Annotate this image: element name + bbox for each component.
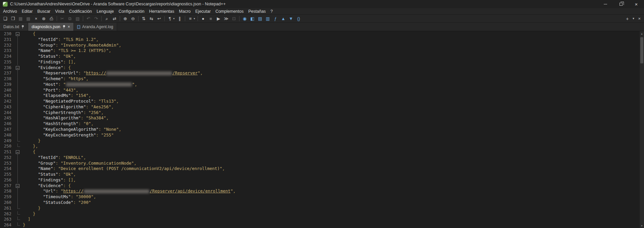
pin-icon[interactable]: [21, 25, 24, 29]
line-number[interactable]: 254: [0, 166, 13, 172]
menu-pesta-as[interactable]: Pestañas: [246, 9, 268, 14]
chevron-down-icon[interactable]: ▼: [173, 17, 175, 20]
close-button[interactable]: ×: [629, 0, 644, 8]
json-format-icon[interactable]: {}: [295, 15, 303, 22]
line-number[interactable]: 247: [0, 127, 13, 132]
line-number[interactable]: 258: [0, 188, 13, 194]
menu-complementos[interactable]: Complementos: [213, 9, 246, 14]
indent-guide-icon[interactable]: ∥: [176, 15, 183, 22]
line-number[interactable]: 262: [0, 211, 13, 217]
sync-horizontal-scroll-icon[interactable]: ⇆: [148, 15, 155, 22]
line-number[interactable]: 237: [0, 70, 13, 76]
line-number[interactable]: 255: [0, 172, 13, 177]
fold-collapse-icon[interactable]: –: [16, 150, 19, 154]
restore-button[interactable]: [613, 0, 629, 8]
line-number[interactable]: 233: [0, 48, 13, 54]
run-macro-multiple-icon[interactable]: ≫: [222, 15, 230, 22]
line-number[interactable]: 261: [0, 206, 13, 211]
editor[interactable]: 230– {231 "TestId": "TLS Min 1.2",232 "G…: [0, 31, 639, 228]
word-wrap-icon[interactable]: ↩: [155, 15, 163, 22]
line-number[interactable]: 264: [0, 222, 13, 228]
paste-icon[interactable]: ▧: [74, 15, 82, 22]
menu-ejecutar[interactable]: Ejecutar: [193, 9, 213, 14]
scroll-up-arrow-icon[interactable]: ▲: [640, 31, 644, 36]
line-number[interactable]: 241: [0, 93, 13, 99]
redo-icon[interactable]: ↷: [92, 15, 100, 22]
find-icon[interactable]: ⌕: [103, 15, 111, 22]
replace-icon[interactable]: ⇄: [111, 15, 118, 22]
collapse-all-icon[interactable]: ▲: [279, 15, 287, 22]
close-document-button[interactable]: ×: [638, 16, 641, 21]
fold-collapse-icon[interactable]: –: [16, 32, 19, 36]
playback-macro-icon[interactable]: ▶: [215, 15, 222, 22]
tab-datos-txt[interactable]: Datos.txt: [0, 23, 28, 31]
fold-collapse-icon[interactable]: –: [16, 184, 19, 188]
line-number[interactable]: 253: [0, 161, 13, 166]
stop-recording-icon[interactable]: ■: [207, 15, 215, 22]
sync-vertical-scroll-icon[interactable]: ⇅: [140, 15, 148, 22]
menu-archivo[interactable]: Archivo: [1, 9, 19, 14]
line-number[interactable]: 232: [0, 43, 13, 48]
menu-codificaci-n[interactable]: Codificación: [67, 9, 94, 14]
line-number[interactable]: 242: [0, 99, 13, 104]
line-number[interactable]: 260: [0, 200, 13, 206]
line-number[interactable]: 256: [0, 177, 13, 183]
save-all-icon[interactable]: ▩: [24, 15, 32, 22]
menu-macro[interactable]: Macro: [177, 9, 193, 14]
line-number[interactable]: 248: [0, 132, 13, 138]
line-number[interactable]: 245: [0, 115, 13, 121]
folder-workspace-icon[interactable]: ▤: [256, 15, 264, 22]
line-number[interactable]: 246: [0, 121, 13, 127]
save-file-icon[interactable]: ▦: [17, 15, 24, 22]
menu-lenguaje[interactable]: Lenguaje: [94, 9, 116, 14]
open-file-icon[interactable]: ❒: [9, 15, 17, 22]
new-tab-button[interactable]: +: [626, 16, 629, 21]
menu-configuraci-n[interactable]: Configuración: [116, 9, 147, 14]
tab-diagnostics-json[interactable]: diagnostics.json×: [28, 23, 73, 31]
zoom-in-icon[interactable]: ⊕: [121, 15, 129, 22]
line-number[interactable]: 244: [0, 110, 13, 116]
scrollbar-thumb[interactable]: [640, 37, 643, 63]
line-number[interactable]: 236: [0, 65, 13, 71]
line-number[interactable]: 252: [0, 155, 13, 161]
fold-collapse-icon[interactable]: –: [16, 66, 19, 70]
zoom-out-icon[interactable]: ⊖: [129, 15, 137, 22]
expand-all-icon[interactable]: ▼: [287, 15, 295, 22]
line-number[interactable]: 231: [0, 37, 13, 43]
close-all-icon[interactable]: ⊗: [40, 15, 48, 22]
scroll-down-arrow-icon[interactable]: ▼: [640, 223, 644, 228]
line-number[interactable]: 239: [0, 82, 13, 88]
start-recording-icon[interactable]: ●: [199, 15, 207, 22]
line-number[interactable]: 240: [0, 88, 13, 93]
tab-list-button[interactable]: ▼: [632, 17, 635, 20]
line-number[interactable]: 257: [0, 183, 13, 189]
menu-[interactable]: ?: [268, 9, 275, 14]
line-number[interactable]: 243: [0, 104, 13, 110]
cut-icon[interactable]: ✂: [58, 15, 66, 22]
line-number[interactable]: 249: [0, 138, 13, 144]
copy-icon[interactable]: ⧉: [66, 15, 74, 22]
menu-vista[interactable]: Vista: [53, 9, 67, 14]
line-number[interactable]: 238: [0, 76, 13, 82]
line-number[interactable]: 234: [0, 54, 13, 59]
line-number[interactable]: 230: [0, 31, 13, 37]
line-number[interactable]: 235: [0, 59, 13, 65]
function-list-icon[interactable]: ƒ: [272, 15, 279, 22]
line-number[interactable]: 250: [0, 144, 13, 149]
line-number[interactable]: 259: [0, 194, 13, 200]
line-number[interactable]: 251: [0, 149, 13, 155]
document-switcher-icon[interactable]: ◧: [249, 15, 256, 22]
document-monitor-icon[interactable]: ◉: [241, 15, 249, 22]
minimize-button[interactable]: [598, 0, 613, 8]
document-map-icon[interactable]: ▥: [264, 15, 272, 22]
tab-aranda-agent-log[interactable]: Aranda.Agent.log: [74, 23, 117, 31]
undo-icon[interactable]: ↶: [85, 15, 92, 22]
save-macro-icon[interactable]: ⊡: [230, 15, 238, 22]
title-bar[interactable]: C:\Users\JonathanAndresNieves\OneDrive -…: [0, 0, 644, 8]
vertical-scrollbar[interactable]: ▲ ▼: [639, 31, 644, 228]
close-file-icon[interactable]: ×: [32, 15, 40, 22]
menu-buscar[interactable]: Buscar: [35, 9, 53, 14]
line-number[interactable]: 263: [0, 217, 13, 222]
print-icon[interactable]: ⎙: [48, 15, 55, 22]
menu-herramientas[interactable]: Herramientas: [147, 9, 177, 14]
